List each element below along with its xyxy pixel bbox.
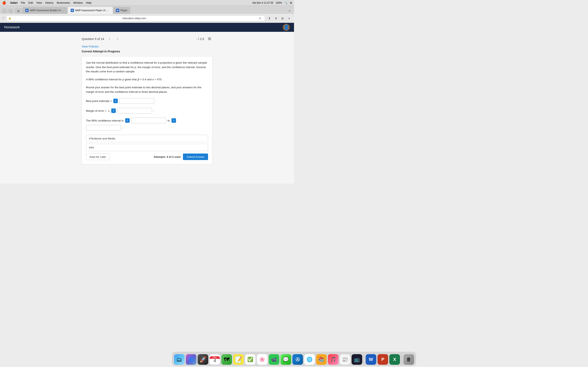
margin-error-period: . [154, 109, 155, 112]
confidence-label: The 90% confidence interval is [86, 119, 123, 122]
back-button[interactable]: ‹ [2, 8, 7, 14]
best-point-input[interactable] [120, 98, 154, 104]
security-icon: 🛡 [2, 17, 5, 20]
menubar-help[interactable]: Help [86, 1, 91, 4]
confidence-interval-row: The 90% confidence interval is i to i . [86, 118, 208, 131]
current-attempt-label: Current Attempt in Progress [82, 50, 212, 53]
nav-right-buttons: ⬇ ⬆ ⊞ ≡ [267, 16, 292, 21]
search-icon[interactable]: 🔍 [285, 1, 287, 4]
question-list-button[interactable] [207, 36, 212, 42]
tab-builder[interactable]: W NWP Assessment Builder UI Application [22, 7, 67, 14]
sidebar-icon: ⊞ [17, 9, 20, 13]
reload-button[interactable]: ↻ [257, 16, 263, 21]
question-container: Question 5 of 14 ‹ › - / 2.5 View Polici… [78, 36, 216, 164]
address-text: education.wiley.com [12, 17, 256, 20]
hint-button[interactable]: Hint [86, 144, 208, 151]
tab-player2-label: Player [121, 9, 127, 12]
sidebar-toggle-button[interactable]: ⊞ [15, 8, 22, 14]
lock-icon: 🔒 [8, 17, 11, 20]
menubar-battery: 100% [276, 1, 282, 4]
best-point-label: Best point estimate = [86, 100, 112, 103]
margin-error-row: Margin of error = ± i . [86, 108, 208, 114]
score-display: - / 2.5 [196, 37, 204, 41]
confidence-to-input[interactable] [86, 125, 121, 131]
etextbook-button[interactable]: eTextbook and Media [86, 135, 208, 142]
margin-error-label: Margin of error = [86, 109, 106, 112]
menubar-right: Sat Dec 4 11:47:35 100% 🔍 ⊞ [252, 1, 292, 4]
forward-button[interactable]: › [8, 8, 13, 14]
tab-player2-w-icon: W [116, 9, 119, 12]
avatar-icon: 👤 [284, 25, 289, 30]
svg-rect-1 [208, 39, 211, 39]
prev-question-button[interactable]: ‹ [107, 36, 112, 42]
svg-rect-2 [208, 40, 211, 40]
share-button[interactable]: ⬆ [273, 16, 279, 21]
app-title: Homework [4, 25, 20, 29]
tab-player2[interactable]: W Player [113, 7, 130, 14]
confidence-period: . [122, 126, 123, 129]
margin-error-input[interactable] [117, 108, 152, 114]
question-rounding: Round your answer for the best point est… [86, 85, 208, 94]
menubar-safari[interactable]: Safari [10, 1, 17, 4]
app-header: Homework 👤 [0, 23, 294, 32]
tab-player[interactable]: W NWP Assessment Player UI Application [68, 7, 113, 14]
avatar[interactable]: 👤 [283, 24, 290, 31]
tab-player-w-icon: W [71, 9, 74, 12]
downloads-button[interactable]: ⬇ [267, 16, 272, 21]
svg-rect-0 [208, 38, 211, 38]
next-question-button[interactable]: › [115, 36, 121, 42]
submit-answer-button[interactable]: Submit Answer [183, 154, 208, 160]
question-box: Use the normal distribution to find a co… [82, 56, 212, 164]
menubar: 🍎 Safari File Edit View History Bookmark… [0, 0, 294, 6]
menubar-view[interactable]: View [36, 1, 42, 4]
question-label: Question 5 of 14 [82, 37, 104, 41]
question-nav: Question 5 of 14 ‹ › - / 2.5 [82, 36, 212, 42]
grid-button[interactable]: ⊞ [280, 16, 285, 21]
menubar-edit[interactable]: Edit [28, 1, 33, 4]
bottom-actions: Save for Later Attempts: 0 of 3 used Sub… [86, 154, 208, 160]
view-policies-link[interactable]: View Policies [82, 45, 212, 48]
menubar-window[interactable]: Window [73, 1, 83, 4]
address-bar[interactable]: 🔒 education.wiley.com ↻ [6, 16, 265, 21]
tab-w-icon: W [25, 9, 29, 12]
menubar-time: Sat Dec 4 11:47:35 [252, 1, 273, 4]
extensions-button[interactable]: ≡ [286, 16, 292, 21]
save-later-button[interactable]: Save for Later [86, 154, 110, 160]
tab-builder-label: NWP Assessment Builder UI Application [30, 9, 65, 12]
confidence-to-text: to [168, 119, 170, 122]
list-icon [208, 37, 212, 41]
best-point-period: . [156, 99, 156, 103]
menubar-history[interactable]: History [45, 1, 53, 4]
browser: ‹ › ⊞ W NWP Assessment Builder UI Applic… [0, 6, 294, 184]
confidence-from-info-button[interactable]: i [125, 118, 130, 123]
best-point-info-button[interactable]: i [113, 99, 118, 103]
margin-plus-minus: ± [108, 109, 109, 112]
apple-menu[interactable]: 🍎 [2, 1, 6, 5]
best-point-row: Best point estimate = i . [86, 98, 208, 104]
tab-player-label: NWP Assessment Player UI Application [75, 9, 110, 12]
nav-bar: 🛡 🔒 education.wiley.com ↻ ⬇ ⬆ ⊞ ≡ [0, 14, 294, 23]
new-tab-button[interactable]: + [287, 8, 292, 14]
control-center-icon[interactable]: ⊞ [290, 1, 292, 4]
confidence-to-info-button[interactable]: i [172, 118, 176, 123]
menubar-bookmarks[interactable]: Bookmarks [57, 1, 70, 4]
question-formula: A 90% confidence interval for p given th… [86, 77, 208, 82]
tab-bar: ‹ › ⊞ W NWP Assessment Builder UI Applic… [0, 6, 294, 14]
menubar-file[interactable]: File [21, 1, 25, 4]
attempts-text: Attempts: 0 of 3 used [154, 155, 181, 158]
confidence-from-input[interactable] [131, 118, 166, 123]
question-instruction: Use the normal distribution to find a co… [86, 60, 208, 74]
margin-error-info-button[interactable]: i [111, 108, 116, 113]
main-content: Question 5 of 14 ‹ › - / 2.5 View Polici… [0, 32, 294, 184]
